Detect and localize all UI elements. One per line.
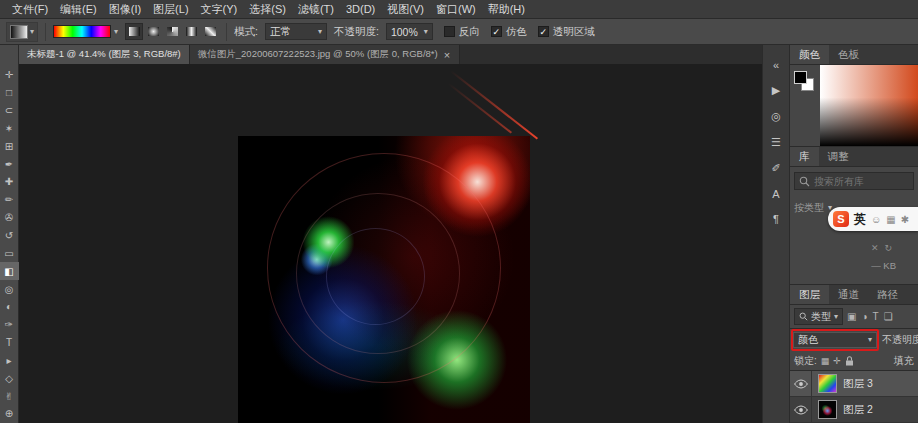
- crop-tool[interactable]: ⊞: [0, 137, 19, 155]
- foreground-color-swatch: [794, 71, 807, 84]
- canvas-area[interactable]: [19, 64, 762, 423]
- brush-tool[interactable]: ✏: [0, 191, 19, 209]
- gradient-picker[interactable]: ▾: [53, 25, 118, 38]
- collapse-panels-icon[interactable]: «: [773, 59, 779, 71]
- library-search[interactable]: [794, 172, 914, 190]
- filter-type-label: 类型: [811, 310, 831, 324]
- tab-layers[interactable]: 图层: [790, 285, 829, 304]
- history-brush-tool[interactable]: ↺: [0, 227, 19, 245]
- tab-adjustments[interactable]: 调整: [819, 147, 858, 166]
- foreground-background-swatches[interactable]: [794, 71, 816, 93]
- mode-label: 模式:: [234, 25, 258, 39]
- menu-layer[interactable]: 图层(L): [147, 2, 194, 17]
- linear-gradient-button[interactable]: [125, 23, 143, 40]
- refresh-icon[interactable]: ↻: [884, 243, 892, 253]
- document-tab-wechat-image[interactable]: 微信图片_20200607222523.jpg @ 50% (图层 0, RGB…: [190, 45, 460, 64]
- layer-thumbnail[interactable]: [818, 400, 837, 419]
- tab-channels[interactable]: 通道: [829, 285, 868, 304]
- input-language-indicator[interactable]: 英: [854, 211, 866, 228]
- opacity-dropdown[interactable]: 100% ▾: [386, 23, 433, 40]
- layer-filter-type-dropdown[interactable]: 类型 ▾: [794, 308, 843, 325]
- transparency-checkbox[interactable]: ✓: [538, 26, 549, 37]
- layer-filter-icons: ▣ ◑ T ❏: [847, 311, 893, 322]
- lock-transparency-icon[interactable]: ▦: [821, 356, 830, 366]
- tab-swatches[interactable]: 色板: [829, 45, 868, 64]
- adjustment-layer-filter-icon[interactable]: ◑: [861, 311, 867, 322]
- reverse-checkbox[interactable]: [444, 26, 455, 37]
- shape-tool[interactable]: ◇: [0, 369, 19, 387]
- zoom-tool[interactable]: ⊕: [0, 405, 19, 423]
- reflected-gradient-button[interactable]: [182, 23, 200, 40]
- healing-brush-tool[interactable]: ✚: [0, 173, 19, 191]
- dodge-tool[interactable]: ◐: [0, 298, 19, 316]
- tab-color[interactable]: 颜色: [790, 45, 829, 64]
- shape-layer-filter-icon[interactable]: ❏: [884, 311, 893, 322]
- color-picker-field[interactable]: [820, 65, 918, 146]
- eraser-tool[interactable]: ▭: [0, 244, 19, 262]
- actions-panel-icon[interactable]: ▶: [772, 84, 780, 97]
- menu-file[interactable]: 文件(F): [6, 2, 54, 17]
- sogou-input-bar[interactable]: S 英 ☺ ▦ ✱: [828, 207, 918, 231]
- marquee-tool[interactable]: □: [0, 84, 19, 102]
- type-layer-filter-icon[interactable]: T: [873, 311, 879, 322]
- brush-settings-icon[interactable]: ◎: [771, 110, 781, 123]
- pixel-layer-filter-icon[interactable]: ▣: [847, 311, 856, 322]
- visibility-toggle[interactable]: [790, 397, 812, 422]
- tab-libraries[interactable]: 库: [790, 147, 819, 166]
- angle-gradient-icon: [167, 27, 178, 36]
- menu-type[interactable]: 文字(Y): [195, 2, 244, 17]
- tool-preset-picker[interactable]: ▾: [6, 22, 38, 42]
- menu-select[interactable]: 选择(S): [243, 2, 292, 17]
- tab-paths[interactable]: 路径: [868, 285, 907, 304]
- brushes-panel-icon[interactable]: ✐: [771, 162, 780, 175]
- move-tool[interactable]: ✛: [0, 66, 19, 84]
- emoji-icon[interactable]: ☺: [871, 214, 881, 225]
- layer-row-2[interactable]: 图层 2: [790, 397, 918, 423]
- paragraph-panel-icon[interactable]: ¶: [773, 213, 779, 225]
- menu-image[interactable]: 图像(I): [103, 2, 147, 17]
- menu-3d[interactable]: 3D(D): [340, 3, 381, 15]
- type-tool[interactable]: T: [0, 334, 19, 352]
- lock-position-icon[interactable]: ✛: [833, 356, 841, 366]
- dither-checkbox[interactable]: ✓: [491, 26, 502, 37]
- layer-blend-mode-select[interactable]: 颜色 ▾: [793, 332, 877, 348]
- reverse-label: 反向: [459, 25, 480, 39]
- menu-view[interactable]: 视图(V): [381, 2, 430, 17]
- gradient-tool[interactable]: ◧: [0, 262, 19, 280]
- eyedropper-tool[interactable]: ✒: [0, 155, 19, 173]
- sogou-logo-icon[interactable]: S: [833, 211, 849, 227]
- angle-gradient-button[interactable]: [163, 23, 181, 40]
- layer-row-3[interactable]: 图层 3: [790, 371, 918, 397]
- radial-gradient-button[interactable]: [144, 23, 162, 40]
- lasso-tool[interactable]: ⊂: [0, 102, 19, 120]
- blend-mode-dropdown[interactable]: 正常 ▾: [265, 23, 327, 40]
- magic-wand-tool[interactable]: ✶: [0, 120, 19, 138]
- clone-stamp-tool[interactable]: ✇: [0, 209, 19, 227]
- menu-edit[interactable]: 编辑(E): [54, 2, 103, 17]
- blur-tool[interactable]: ◎: [0, 280, 19, 298]
- search-input[interactable]: [814, 176, 909, 187]
- document-tab-bar: 未标题-1 @ 41.4% (图层 3, RGB/8#) 微信图片_202006…: [19, 45, 762, 64]
- menu-help[interactable]: 帮助(H): [482, 2, 531, 17]
- pen-tool[interactable]: ✑: [0, 316, 19, 334]
- toolbox-icon[interactable]: ✱: [901, 214, 909, 225]
- lock-all-icon[interactable]: [845, 356, 854, 366]
- character-panel-icon[interactable]: A: [772, 188, 779, 200]
- keyboard-icon[interactable]: ▦: [886, 214, 895, 225]
- library-sort-dropdown[interactable]: 按类型 ▾: [794, 201, 832, 215]
- chevron-down-icon: ▾: [114, 28, 118, 36]
- diamond-gradient-button[interactable]: [201, 23, 219, 40]
- layer-thumbnail[interactable]: [818, 374, 837, 393]
- path-selection-tool[interactable]: ▸: [0, 352, 19, 370]
- cancel-sync-icon[interactable]: ✕: [871, 243, 879, 253]
- layer-name[interactable]: 图层 2: [843, 403, 873, 417]
- collapsed-panels-strip: « ▶ ◎ ☰ ✐ A ¶: [762, 45, 790, 423]
- menu-window[interactable]: 窗口(W): [430, 2, 482, 17]
- properties-panel-icon[interactable]: ☰: [771, 136, 781, 149]
- document-tab-untitled[interactable]: 未标题-1 @ 41.4% (图层 3, RGB/8#): [19, 45, 190, 64]
- layer-name[interactable]: 图层 3: [843, 377, 873, 391]
- hand-tool[interactable]: ✌: [0, 387, 19, 405]
- close-icon[interactable]: ×: [443, 49, 451, 61]
- menu-filter[interactable]: 滤镜(T): [292, 2, 340, 17]
- visibility-toggle[interactable]: [790, 371, 812, 396]
